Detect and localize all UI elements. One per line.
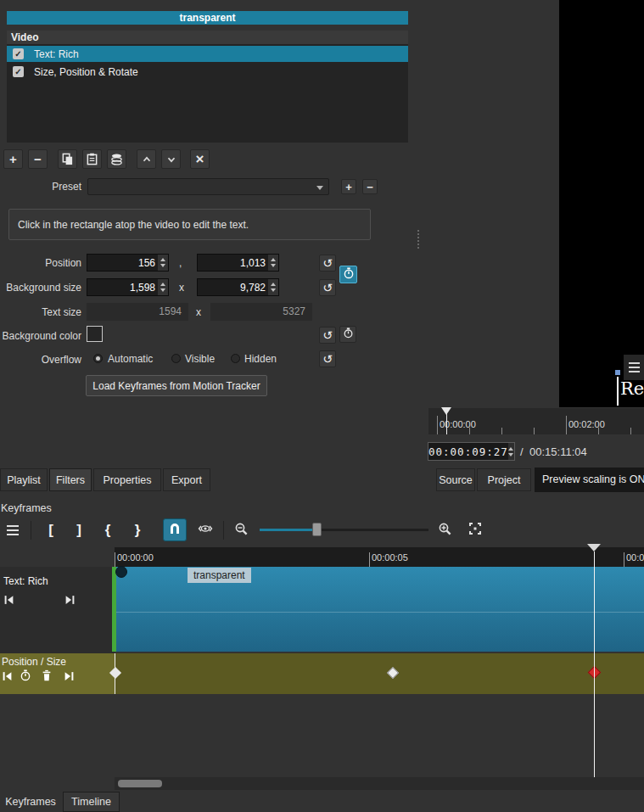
ruler-tick <box>630 428 631 434</box>
copy-checked-filters-button[interactable] <box>107 149 126 169</box>
ruler-time-label: 00:00:05 <box>372 552 408 563</box>
ruler-tick <box>115 552 115 567</box>
zoom-in-button[interactable] <box>434 519 456 540</box>
close-icon: × <box>196 152 204 166</box>
background-color-swatch[interactable] <box>87 326 103 342</box>
copy-filters-button[interactable] <box>58 149 77 169</box>
trash-icon[interactable] <box>40 669 53 681</box>
load-keyframes-from-motion-tracker-button[interactable]: Load Keyframes from Motion Tracker <box>86 375 267 396</box>
spinner-arrows[interactable] <box>158 279 168 295</box>
video-preview <box>559 0 644 407</box>
filter-row-size-position-rotate[interactable]: ✓ Size, Position & Rotate <box>7 64 408 80</box>
filter-checkbox[interactable]: ✓ <box>13 48 24 59</box>
zoom-in-icon <box>438 522 452 539</box>
position-x-input[interactable]: 156 <box>87 254 169 272</box>
tab-source[interactable]: Source <box>436 468 475 491</box>
position-reset-button[interactable]: ↺ <box>319 255 336 272</box>
background-size-separator: x <box>179 282 184 294</box>
position-y-input[interactable]: 1,013 <box>197 254 279 272</box>
previous-keyframe-icon[interactable] <box>0 670 14 682</box>
overflow-option-label[interactable]: Automatic <box>108 353 153 365</box>
scrub-while-dragging-button[interactable] <box>193 518 217 541</box>
stopwatch-icon[interactable] <box>19 669 32 681</box>
zoom-out-button[interactable] <box>230 519 253 540</box>
overflow-option-label[interactable]: Hidden <box>244 353 277 365</box>
overflow-reset-button[interactable]: ↺ <box>319 350 336 367</box>
scrollbar-thumb[interactable] <box>118 780 162 787</box>
position-separator: , <box>179 257 182 269</box>
horizontal-scrollbar[interactable] <box>115 777 644 790</box>
tab-keyframes[interactable]: Keyframes <box>0 791 61 812</box>
set-filter-end-button[interactable]: ] <box>70 519 88 540</box>
ruler-time-label: 00:00:00 <box>117 552 154 563</box>
tab-playlist[interactable]: Playlist <box>0 468 48 491</box>
filter-list: Video ✓ Text: Rich ✓ Size, Position & Ro… <box>7 31 408 143</box>
current-time-field[interactable]: 00:00:09:27 <box>428 442 515 461</box>
clip-divider-line <box>115 612 644 613</box>
spinner-arrows[interactable] <box>268 255 278 271</box>
zoom-fit-button[interactable] <box>463 518 487 541</box>
overflow-radio-visible[interactable] <box>171 354 181 363</box>
tab-export[interactable]: Export <box>163 468 210 491</box>
overflow-radio-hidden[interactable] <box>231 354 240 363</box>
keyframes-menu-button[interactable] <box>2 520 24 540</box>
panel-splitter-handle[interactable] <box>417 230 419 249</box>
tab-project[interactable]: Project <box>477 468 531 491</box>
position-keyframes-button[interactable] <box>339 266 357 283</box>
seek-next-icon[interactable] <box>63 594 76 606</box>
hamburger-icon <box>7 525 19 535</box>
seek-previous-icon[interactable] <box>2 594 15 606</box>
deselect-filter-button[interactable]: × <box>190 149 210 169</box>
snap-toggle-button[interactable] <box>163 518 187 541</box>
set-first-simple-keyframe-button[interactable]: { <box>98 519 117 540</box>
save-preset-button[interactable]: + <box>341 179 356 194</box>
clip-start-edge[interactable] <box>112 567 116 652</box>
spinner-arrows[interactable] <box>508 443 514 460</box>
video-overlay-text[interactable]: Rec <box>620 378 644 399</box>
toolbar-separator <box>223 521 224 540</box>
filter-panel-clip-title: transparent <box>7 11 408 25</box>
playhead[interactable] <box>587 544 601 552</box>
tab-filters[interactable]: Filters <box>49 468 92 491</box>
keyframe-start-circle[interactable] <box>115 566 127 578</box>
preset-dropdown[interactable] <box>87 178 329 195</box>
overflow-option-label[interactable]: Visible <box>185 353 215 365</box>
spinner-arrows[interactable] <box>158 255 168 271</box>
set-filter-start-button[interactable]: [ <box>42 519 60 540</box>
tab-properties[interactable]: Properties <box>93 468 161 491</box>
preview-scrubber[interactable]: 00:00:00 00:02:00 <box>428 408 644 434</box>
keyframes-lane-position-size[interactable] <box>115 653 644 694</box>
tab-timeline[interactable]: Timeline <box>63 792 120 812</box>
spinner-arrows[interactable] <box>268 279 278 295</box>
next-keyframe-icon[interactable] <box>62 670 76 682</box>
delete-preset-button[interactable]: − <box>362 179 378 194</box>
copy-icon <box>61 153 74 165</box>
move-filter-down-button[interactable] <box>161 149 181 169</box>
paste-filters-button[interactable] <box>82 149 102 169</box>
background-color-reset-button[interactable]: ↺ <box>319 327 336 344</box>
text-cursor <box>617 377 619 406</box>
add-filter-button[interactable]: + <box>3 149 23 169</box>
scrubber-playhead[interactable] <box>441 407 451 415</box>
background-size-reset-button[interactable]: ↺ <box>319 279 336 296</box>
text-box-resize-handle[interactable] <box>615 370 620 375</box>
background-size-y-input[interactable]: 9,782 <box>197 278 279 296</box>
background-size-x-input[interactable]: 1,598 <box>87 278 169 296</box>
stopwatch-icon <box>343 328 354 341</box>
layers-stack-icon <box>110 153 123 165</box>
background-color-keyframes-button[interactable] <box>339 326 356 343</box>
filter-row-text-rich[interactable]: ✓ Text: Rich <box>7 46 408 62</box>
set-second-simple-keyframe-button[interactable]: } <box>128 519 147 540</box>
remove-filter-button[interactable]: − <box>28 149 48 169</box>
move-filter-up-button[interactable] <box>137 149 156 169</box>
ruler-tick <box>369 552 370 567</box>
text-editor-menu-button[interactable] <box>624 355 644 380</box>
zoom-slider[interactable] <box>260 519 428 540</box>
filter-checkbox[interactable]: ✓ <box>13 66 24 77</box>
zoom-out-icon <box>234 522 249 539</box>
track-header-position-size: Position / Size <box>0 653 115 694</box>
hamburger-icon <box>629 362 640 364</box>
slider-handle[interactable] <box>312 523 322 536</box>
keyframes-timeline-ruler[interactable]: 00:00:00 00:00:05 00:0 <box>115 547 644 567</box>
overflow-radio-automatic[interactable] <box>93 354 103 363</box>
